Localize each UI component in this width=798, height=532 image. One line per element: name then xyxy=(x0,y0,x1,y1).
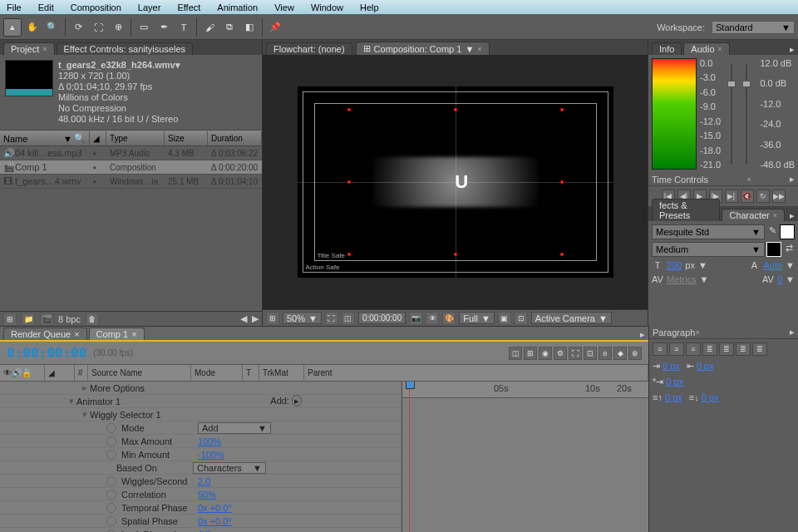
menu-layer[interactable]: Layer xyxy=(135,2,165,13)
prop-max-amount[interactable]: Max Amount100% xyxy=(0,435,401,448)
menu-view[interactable]: View xyxy=(271,2,298,13)
add-animator-button[interactable]: ▸ xyxy=(292,395,302,406)
view-select[interactable]: Active Camera▼ xyxy=(531,312,612,324)
left-indent[interactable]: 0 px xyxy=(663,361,680,371)
menu-animation[interactable]: Animation xyxy=(214,2,261,13)
current-time[interactable]: 0:00:00:00 xyxy=(7,345,86,361)
col-t[interactable]: T xyxy=(243,365,259,381)
tab-render-queue[interactable]: Render Queue× xyxy=(3,328,87,340)
show-snapshot-icon[interactable]: 👁 xyxy=(426,312,439,325)
channel-icon[interactable]: ⛶ xyxy=(325,312,338,325)
font-style-select[interactable]: Medium▼ xyxy=(652,242,765,257)
tab-project[interactable]: Project× xyxy=(3,42,55,55)
trash-icon[interactable]: 🗑 xyxy=(86,313,99,326)
tab-flowchart[interactable]: Flowchart: (none) xyxy=(266,42,352,55)
first-indent[interactable]: 0 px xyxy=(666,377,683,387)
prop-more-options[interactable]: ▸More Options xyxy=(0,382,401,395)
space-after[interactable]: 0 px xyxy=(702,392,719,402)
align-center-button[interactable]: ≡ xyxy=(669,342,684,356)
menu-help[interactable]: Help xyxy=(357,2,382,13)
menu-effect[interactable]: Effect xyxy=(174,2,204,13)
type-tool[interactable]: T xyxy=(175,18,193,37)
panel-menu-icon[interactable]: ▸ xyxy=(786,44,798,55)
prop-spatial-phase[interactable]: Spatial Phase0x +0.0° xyxy=(0,515,401,528)
font-family-select[interactable]: Mesquite Std▼ xyxy=(652,224,765,239)
workspace-select[interactable]: Standard▼ xyxy=(712,21,795,34)
transparency-icon[interactable]: ⊡ xyxy=(515,312,528,325)
swap-icon[interactable]: ⇄ xyxy=(783,242,795,254)
level-slider-r[interactable] xyxy=(746,64,747,164)
col-mode[interactable]: Mode xyxy=(191,365,243,381)
prop-animator[interactable]: ▾Animator 1Add: ▸ xyxy=(0,395,401,408)
comp-canvas[interactable]: U Title Safe Action Safe xyxy=(298,86,613,278)
new-comp-icon[interactable]: 🎬 xyxy=(40,313,53,326)
close-icon[interactable]: × xyxy=(718,45,722,53)
font-size-value[interactable]: 200 xyxy=(667,260,682,270)
mute-button[interactable]: 🔇 xyxy=(741,190,754,203)
motion-blur-icon[interactable]: ◉ xyxy=(539,347,552,360)
prop-mode[interactable]: ModeAdd▼ xyxy=(0,421,401,435)
expr-icon[interactable]: e xyxy=(598,347,612,360)
prop-based-on[interactable]: Based OnCharacters▼ xyxy=(0,461,401,475)
asset-thumbnail[interactable] xyxy=(5,60,53,96)
stroke-swatch[interactable] xyxy=(766,242,781,257)
space-before[interactable]: 0 px xyxy=(665,392,682,402)
panel-menu-icon[interactable]: ▸ xyxy=(637,329,648,340)
level-slider-l[interactable] xyxy=(731,64,732,164)
justify-last-right-button[interactable]: ≣ xyxy=(736,342,751,356)
close-icon[interactable]: × xyxy=(477,45,481,53)
align-left-button[interactable]: ≡ xyxy=(653,342,667,356)
keyframe-icon[interactable]: ◆ xyxy=(613,347,627,360)
ram-preview-button[interactable]: ▶▶ xyxy=(772,190,786,203)
col-source[interactable]: Source Name xyxy=(88,365,191,381)
pan-behind-tool[interactable]: ⊕ xyxy=(109,18,127,37)
kerning-value[interactable]: Metrics xyxy=(667,274,696,284)
project-row[interactable]: 🔊04 kill…ess.mp3 ▪ MP3 Audio 4.3 MB Δ 0:… xyxy=(0,146,262,160)
last-frame-button[interactable]: ▶| xyxy=(725,190,738,203)
col-type[interactable]: Type xyxy=(106,131,165,145)
brainstorm-icon[interactable]: ⚙ xyxy=(554,347,567,360)
color-icon[interactable]: 🎨 xyxy=(442,312,456,325)
align-right-button[interactable]: ≡ xyxy=(686,342,701,356)
close-icon[interactable]: × xyxy=(42,45,47,53)
tab-comp1-timeline[interactable]: Comp 1× xyxy=(89,328,145,340)
eyedropper-icon[interactable]: ✎ xyxy=(766,224,778,236)
zoom-tool[interactable]: 🔍 xyxy=(43,18,62,37)
tab-info[interactable]: Info xyxy=(652,42,682,55)
panel-menu-icon[interactable]: ▸ xyxy=(790,327,795,337)
brush-tool[interactable]: 🖌 xyxy=(200,18,219,37)
justify-all-button[interactable]: ≣ xyxy=(752,342,767,356)
tracking-value[interactable]: 0 xyxy=(777,274,782,284)
tab-composition[interactable]: ⊞Composition: Comp 1▼× xyxy=(356,42,490,55)
col-num[interactable]: # xyxy=(75,365,88,381)
clone-tool[interactable]: ⧉ xyxy=(220,18,239,37)
mask-icon[interactable]: ◫ xyxy=(342,312,355,325)
mode-select[interactable]: Add▼ xyxy=(198,422,271,434)
col-duration[interactable]: Duration xyxy=(208,131,262,145)
tab-audio[interactable]: Audio× xyxy=(683,42,729,55)
draft-icon[interactable]: ⊡ xyxy=(584,347,597,360)
close-icon[interactable]: × xyxy=(695,328,699,337)
pen-tool[interactable]: ✒ xyxy=(155,18,173,37)
prop-min-amount[interactable]: Min Amount-100% xyxy=(0,448,401,461)
eraser-tool[interactable]: ◧ xyxy=(240,18,259,37)
col-name[interactable]: Name▼🔍 xyxy=(0,131,90,145)
panel-menu-icon[interactable]: ▸ xyxy=(790,174,795,185)
menu-composition[interactable]: Composition xyxy=(67,2,125,13)
switches-icon[interactable]: ⊕ xyxy=(628,347,642,360)
bpc-label[interactable]: 8 bpc xyxy=(58,314,81,324)
camera-tool[interactable]: ⛶ xyxy=(89,18,107,37)
selection-tool[interactable]: ▴ xyxy=(3,18,22,37)
interpret-icon[interactable]: ⊞ xyxy=(3,313,17,326)
col-trkmat[interactable]: TrkMat xyxy=(259,365,304,381)
basedon-select[interactable]: Characters▼ xyxy=(193,462,266,474)
zoom-select[interactable]: 50%▼ xyxy=(283,312,322,324)
asset-name[interactable]: t_gears2_e32k8_h264.wmv▾ xyxy=(58,60,180,71)
close-icon[interactable]: × xyxy=(773,211,777,219)
resolution-select[interactable]: Full▼ xyxy=(459,312,495,324)
menu-edit[interactable]: Edit xyxy=(35,2,57,13)
project-row[interactable]: 🎬Comp 1 ▪ Composition Δ 0:00:20:00 xyxy=(0,160,262,175)
rectangle-tool[interactable]: ▭ xyxy=(135,18,153,37)
tab-character[interactable]: Character× xyxy=(722,209,785,221)
prop-wiggly-selector[interactable]: ▾Wiggly Selector 1 xyxy=(0,408,401,421)
